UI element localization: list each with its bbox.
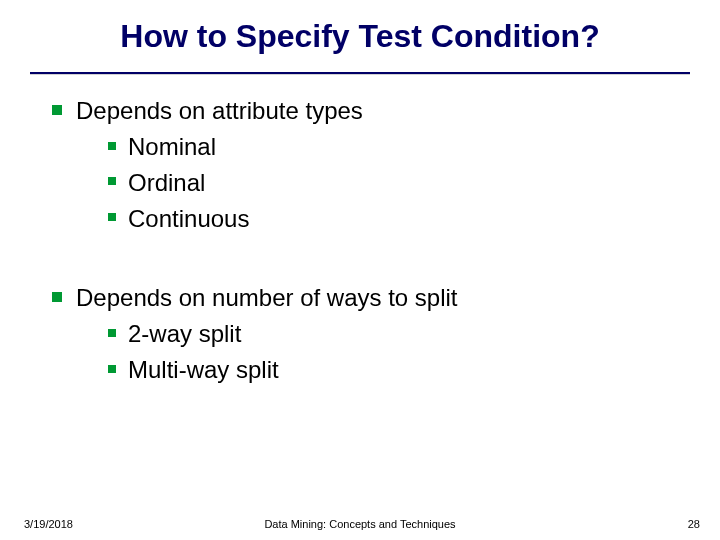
bullet-group2-item: 2-way split <box>108 317 672 351</box>
slide: How to Specify Test Condition? Depends o… <box>0 0 720 540</box>
footer-page-number: 28 <box>688 518 700 530</box>
title-underline <box>30 72 690 75</box>
slide-body: Depends on attribute types Nominal Ordin… <box>52 86 672 389</box>
footer-center: Data Mining: Concepts and Techniques <box>0 518 720 530</box>
group2-item-1: Multi-way split <box>128 357 279 384</box>
group1-heading-text: Depends on attribute types <box>76 97 363 124</box>
bullet-group2-heading: Depends on number of ways to split <box>52 281 672 315</box>
spacer <box>52 237 672 273</box>
bullet-group1-item: Nominal <box>108 130 672 164</box>
group2-item-0: 2-way split <box>128 321 241 348</box>
bullet-group1-item: Ordinal <box>108 166 672 200</box>
slide-title: How to Specify Test Condition? <box>0 18 720 55</box>
square-bullet-icon <box>108 365 116 373</box>
group1-item-0: Nominal <box>128 133 216 160</box>
square-bullet-icon <box>108 142 116 150</box>
square-bullet-icon <box>108 177 116 185</box>
group1-item-1: Ordinal <box>128 169 205 196</box>
square-bullet-icon <box>108 213 116 221</box>
square-bullet-icon <box>52 105 62 115</box>
square-bullet-icon <box>52 292 62 302</box>
square-bullet-icon <box>108 329 116 337</box>
group1-item-2: Continuous <box>128 205 249 232</box>
bullet-group1-item: Continuous <box>108 202 672 236</box>
bullet-group2-item: Multi-way split <box>108 353 672 387</box>
bullet-group1-heading: Depends on attribute types <box>52 94 672 128</box>
group2-heading-text: Depends on number of ways to split <box>76 285 458 312</box>
